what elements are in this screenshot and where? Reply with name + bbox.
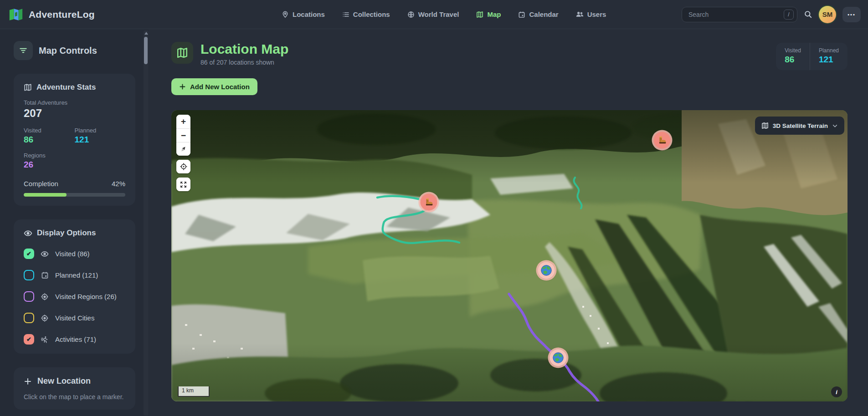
- map-icon: [761, 122, 769, 129]
- scroll-up-arrow[interactable]: [144, 32, 148, 35]
- fullscreen-button[interactable]: [176, 178, 190, 191]
- target-icon: [40, 293, 49, 301]
- scrollbar-thumb[interactable]: [144, 37, 148, 64]
- avatar[interactable]: SM: [819, 6, 836, 23]
- header-stats-card: Visited 86 Planned 121: [776, 43, 847, 70]
- new-location-hint: Click on the map to place a marker.: [24, 393, 125, 401]
- users-icon: [576, 10, 584, 18]
- completion-progress-track: [24, 193, 125, 197]
- display-option-visited-cities[interactable]: Visited Cities: [24, 313, 125, 323]
- compass-button[interactable]: [176, 142, 190, 156]
- compass-needle-icon: [180, 145, 187, 153]
- nav-label: World Travel: [418, 10, 459, 18]
- activities-checkbox[interactable]: [24, 334, 34, 345]
- slash-shortcut-badge: /: [784, 10, 794, 20]
- nav-label: Map: [487, 10, 501, 18]
- map-scale-bar: 1 km: [178, 386, 210, 397]
- planned-label: Planned: [75, 127, 126, 134]
- map-style-label: 3D Satellite Terrain: [773, 122, 828, 129]
- nav-menu: Locations Collections World Travel Map: [282, 10, 606, 18]
- nav-right: / SM •••: [682, 6, 861, 23]
- display-option-activities[interactable]: Activities (71): [24, 334, 125, 345]
- page-title: Location Map: [200, 42, 288, 56]
- map-canvas[interactable]: + −: [171, 110, 847, 401]
- filter-icon: [14, 41, 33, 60]
- add-button-label: Add New Location: [190, 83, 250, 91]
- boot-icon: [657, 136, 667, 145]
- new-location-title: New Location: [37, 376, 91, 386]
- location-map-icon: [171, 42, 193, 64]
- search-icon[interactable]: [804, 10, 812, 19]
- nav-item-world-travel[interactable]: World Travel: [407, 10, 459, 18]
- new-location-card: New Location Click on the map to place a…: [14, 367, 135, 410]
- option-label: Planned (121): [55, 271, 98, 279]
- more-menu-button[interactable]: •••: [842, 7, 861, 22]
- display-option-visited[interactable]: Visited (86): [24, 249, 125, 259]
- display-options-title: Display Options: [37, 228, 96, 238]
- runner-icon: [40, 335, 49, 344]
- terrain-3d-satellite: [171, 110, 847, 401]
- globe-icon: [407, 11, 415, 18]
- visited-label: Visited: [24, 127, 75, 134]
- nav-item-locations[interactable]: Locations: [282, 10, 325, 18]
- geolocate-button[interactable]: [176, 160, 190, 173]
- adventure-stats-card: Adventure Stats Total Adventures 207 Vis…: [14, 74, 135, 206]
- fullscreen-icon: [180, 181, 187, 188]
- list-icon: [342, 11, 349, 18]
- eye-icon: [24, 229, 32, 238]
- nav-item-map[interactable]: Map: [476, 10, 501, 18]
- header-visited-label: Visited: [785, 47, 801, 54]
- globe-earth-icon: [540, 264, 553, 277]
- top-navbar: AdventureLog Locations Collections World…: [0, 0, 868, 29]
- header-visited-value: 86: [785, 55, 801, 65]
- nav-label: Collections: [353, 10, 390, 18]
- visited-cities-checkbox[interactable]: [24, 313, 34, 323]
- visited-value: 86: [24, 135, 75, 145]
- option-label: Visited Regions (26): [55, 293, 117, 300]
- boot-icon: [424, 198, 434, 207]
- planned-checkbox[interactable]: [24, 270, 34, 280]
- nav-label: Users: [587, 10, 606, 18]
- chevron-down-icon: [832, 123, 838, 129]
- eye-icon: [40, 250, 49, 258]
- calendar-icon: [40, 271, 49, 279]
- plus-icon: [179, 83, 186, 90]
- nav-item-calendar[interactable]: Calendar: [518, 10, 558, 18]
- completion-label: Completion: [24, 180, 58, 188]
- nav-item-collections[interactable]: Collections: [342, 10, 390, 18]
- calendar-icon: [518, 11, 525, 18]
- nav-label: Locations: [293, 10, 325, 18]
- map-style-selector[interactable]: 3D Satellite Terrain: [755, 117, 844, 135]
- attribution-info-button[interactable]: i: [831, 386, 842, 397]
- display-option-planned[interactable]: Planned (121): [24, 270, 125, 280]
- locate-icon: [180, 162, 188, 171]
- location-globe-marker[interactable]: [550, 350, 567, 366]
- brand[interactable]: AdventureLog: [8, 7, 95, 22]
- sidebar-title: Map Controls: [39, 46, 97, 56]
- total-adventures-label: Total Adventures: [24, 99, 125, 106]
- search-input[interactable]: [682, 7, 797, 22]
- add-new-location-button[interactable]: Add New Location: [171, 78, 257, 95]
- header-planned-value: 121: [819, 55, 839, 65]
- header-planned-label: Planned: [819, 47, 839, 54]
- zoom-in-button[interactable]: +: [176, 115, 190, 128]
- hiking-marker[interactable]: [421, 194, 437, 211]
- main-header: Location Map 86 of 207 locations shown V…: [171, 42, 847, 70]
- location-globe-marker[interactable]: [538, 262, 555, 279]
- regions-value: 26: [24, 160, 125, 170]
- visited-checkbox[interactable]: [24, 249, 34, 259]
- main-content: Location Map 86 of 207 locations shown V…: [149, 29, 868, 416]
- nav-item-users[interactable]: Users: [576, 10, 606, 18]
- globe-earth-icon: [552, 352, 565, 364]
- sidebar-scrollbar[interactable]: [144, 30, 149, 416]
- visited-regions-checkbox[interactable]: [24, 291, 34, 302]
- stats-card-title: Adventure Stats: [36, 83, 96, 92]
- map-icon: [476, 11, 483, 18]
- hiking-marker[interactable]: [654, 132, 671, 149]
- page-subtitle: 86 of 207 locations shown: [200, 59, 288, 66]
- display-option-visited-regions[interactable]: Visited Regions (26): [24, 291, 125, 302]
- sidebar-map-controls: Map Controls Adventure Stats Total Adven…: [0, 29, 149, 416]
- nav-label: Calendar: [529, 10, 558, 18]
- zoom-out-button[interactable]: −: [176, 128, 190, 142]
- display-options-card: Display Options Visited (86) Planned (12…: [14, 219, 135, 354]
